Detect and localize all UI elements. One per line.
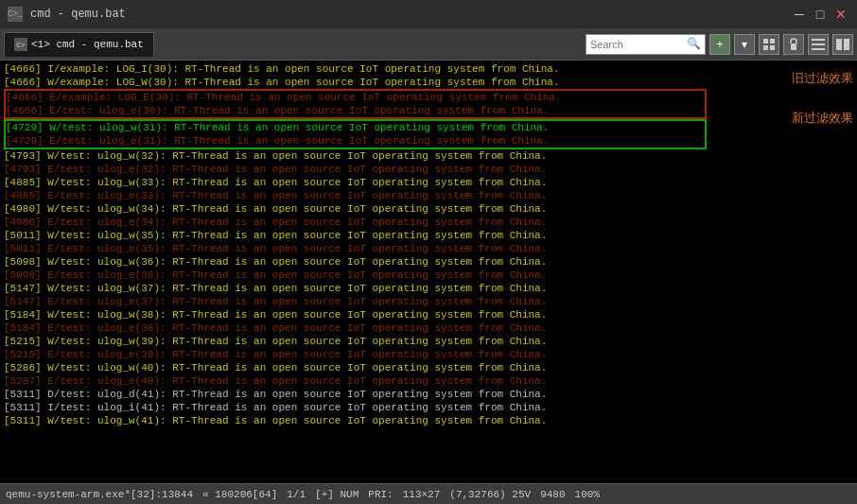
log-line: [4980] E/test: ulog_e(34): RT-Thread is … [4, 216, 853, 229]
log-line: [5098] E/test: ulog_e(36): RT-Thread is … [4, 269, 853, 282]
old-filter-label: 旧过滤效果 [792, 70, 853, 87]
search-icon: 🔍 [687, 37, 701, 51]
log-line: [5311] D/test: ulog_d(41): RT-Thread is … [4, 388, 853, 401]
active-tab[interactable]: C> <1> cmd - qemu.bat [4, 32, 154, 57]
rows-button[interactable] [832, 34, 853, 55]
console-area: 旧过滤效果 新过滤效果 [4666] I/example: LOG_I(30):… [0, 61, 857, 483]
title-bar-controls: ─ □ ✕ [791, 6, 849, 23]
grid-button[interactable] [759, 34, 779, 55]
svg-rect-7 [812, 48, 825, 50]
close-button[interactable]: ✕ [832, 6, 849, 23]
svg-rect-1 [770, 39, 775, 43]
log-line: [4666] E/test: ulog_e(30): RT-Thread is … [6, 104, 705, 117]
log-line: [4980] W/test: ulog_w(34): RT-Thread is … [4, 202, 853, 216]
svg-rect-2 [763, 45, 768, 50]
svg-rect-0 [763, 39, 768, 43]
pri-info: PRI: [368, 489, 393, 500]
new-filter-highlight-box: [4729] W/test: ulog_w(31): RT-Thread is … [4, 119, 707, 149]
log-line: [5215] E/test: ulog_e(39): RT-Thread is … [4, 348, 853, 361]
old-filter-highlight-box: [4666] E/example: LOG_E(30): RT-Thread i… [4, 89, 707, 119]
log-line: [4885] E/test: ulog_e(33): RT-Thread is … [4, 189, 853, 202]
svg-rect-3 [770, 45, 775, 50]
log-line: [4729] E/test: ulog_e(31): RT-Thread is … [6, 134, 705, 148]
status-bar: qemu-system-arm.exe*[32]:13844 « 180206[… [0, 483, 857, 504]
search-box: 🔍 [586, 34, 706, 55]
log-line: [4666] W/example: LOG_W(30): RT-Thread i… [4, 76, 853, 89]
log-line: [5098] W/test: ulog_w(36): RT-Thread is … [4, 255, 853, 269]
log-line: [5147] W/test: ulog_w(37): RT-Thread is … [4, 282, 853, 295]
coords-info: (7,32766) 25V [449, 489, 531, 500]
title-bar-text: cmd - qemu.bat [30, 8, 126, 21]
log-line: [4666] I/example: LOG_I(30): RT-Thread i… [4, 62, 853, 76]
log-line: [5311] W/test: ulog_w(41): RT-Thread is … [4, 414, 853, 427]
position: « 180206[64] [202, 489, 277, 500]
svg-rect-5 [812, 39, 825, 41]
svg-rect-6 [812, 43, 825, 45]
maximize-button[interactable]: □ [812, 6, 829, 23]
svg-rect-8 [836, 39, 842, 50]
process-name: qemu-system-arm.exe*[32]:13844 [6, 489, 193, 500]
log-line: [4885] W/test: ulog_w(33): RT-Thread is … [4, 176, 853, 189]
log-container: [4666] I/example: LOG_I(30): RT-Thread i… [4, 62, 853, 427]
log-line: [5286] W/test: ulog_w(40): RT-Thread is … [4, 361, 853, 374]
log-line: [5215] W/test: ulog_w(39): RT-Thread is … [4, 335, 853, 348]
zoom-info: 100% [575, 489, 600, 500]
log-line: [5311] I/test: ulog_i(41): RT-Thread is … [4, 401, 853, 414]
svg-rect-9 [844, 39, 849, 50]
log-line: [4793] W/test: ulog_w(32): RT-Thread is … [4, 149, 853, 163]
num-info: 9480 [540, 489, 565, 500]
tab-icon: C> [14, 38, 27, 51]
log-line: [4729] W/test: ulog_w(31): RT-Thread is … [6, 121, 705, 134]
search-input[interactable] [590, 39, 685, 50]
add-tab-button[interactable]: + [709, 34, 730, 55]
tab-label: <1> cmd - qemu.bat [31, 39, 144, 50]
log-line: [5184] W/test: ulog_w(38): RT-Thread is … [4, 308, 853, 322]
log-line: [5287] E/test: ulog_e(40): RT-Thread is … [4, 374, 853, 388]
lock-button[interactable] [783, 34, 804, 55]
log-line: [5011] W/test: ulog_w(35): RT-Thread is … [4, 229, 853, 242]
columns-button[interactable] [808, 34, 829, 55]
log-line: [4666] E/example: LOG_E(30): RT-Thread i… [6, 91, 705, 104]
svg-rect-4 [791, 43, 796, 50]
minimize-button[interactable]: ─ [791, 6, 808, 23]
size-info: 113×27 [403, 489, 441, 500]
page-info: 1/1 [287, 489, 306, 500]
log-line: [5147] E/test: ulog_e(37): RT-Thread is … [4, 295, 853, 308]
log-line: [5011] E/test: ulog_e(35): RT-Thread is … [4, 242, 853, 255]
log-line: [4793] E/test: ulog_e(32): RT-Thread is … [4, 163, 853, 176]
log-line: [5184] E/test: ulog_e(38): RT-Thread is … [4, 322, 853, 335]
toolbar: C> <1> cmd - qemu.bat 🔍 + ▾ [0, 28, 857, 61]
mode-info: [+] NUM [315, 489, 359, 500]
dropdown-button[interactable]: ▾ [734, 34, 755, 55]
title-bar: C>_ cmd - qemu.bat ─ □ ✕ [0, 0, 857, 28]
new-filter-label: 新过滤效果 [792, 110, 853, 127]
app-icon: C>_ [8, 7, 23, 22]
